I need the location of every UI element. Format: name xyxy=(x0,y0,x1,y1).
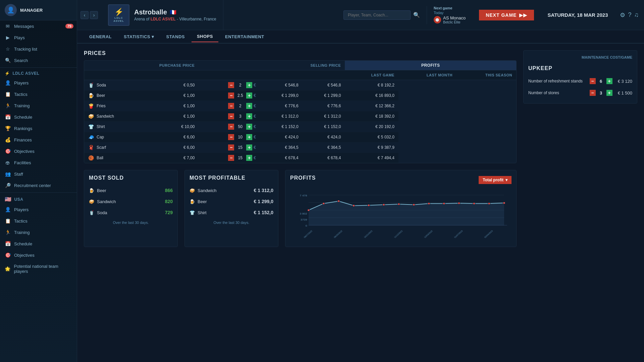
selling-plus-3[interactable]: + xyxy=(246,113,252,119)
selling-minus-2[interactable]: − xyxy=(228,103,234,109)
subnav-entertainment[interactable]: ENTERTAINMENT xyxy=(220,31,270,42)
item-name-1: Beer xyxy=(97,93,105,98)
svg-text:10/21/2022: 10/21/2022 xyxy=(363,230,373,238)
profits-header-row: PROFITS Total profit ▾ xyxy=(290,175,512,185)
svg-point-16 xyxy=(398,203,400,205)
icon-usa-schedule: 📅 xyxy=(5,241,11,246)
sidebar-usa-header: 🇺🇸USA xyxy=(0,192,77,204)
sidebar-nav: ✉ Messages 79▶ Plays ☆ Tracking list 🔍 S… xyxy=(0,20,77,362)
sidebar-item-plays[interactable]: ▶ Plays xyxy=(0,32,77,43)
prices-row: 🏀 Ball € 7,00 − 15 + € € 678,4 € 678,4 €… xyxy=(84,153,516,163)
sidebar-item-players[interactable]: 👤 Players xyxy=(0,77,77,88)
sidebar-item-schedule[interactable]: 📅 Schedule xyxy=(0,111,77,123)
sidebar-item-usa-tactics[interactable]: 📋 Tactics xyxy=(0,215,77,227)
sidebar-item-objectives[interactable]: 🎯 Objectives xyxy=(0,145,77,157)
search-input[interactable] xyxy=(343,10,411,20)
sidebar-item-rankings[interactable]: 🏆 Rankings xyxy=(0,123,77,134)
upkeep-plus-0[interactable]: + xyxy=(606,78,612,84)
selling-minus-0[interactable]: − xyxy=(228,82,234,88)
selling-plus-2[interactable]: + xyxy=(246,103,252,109)
upkeep-row-1: Number of stores − 3 + € 1 500 xyxy=(528,87,632,99)
prices-row: 🍟 Fries € 1,00 − 2 + € € 776,6 € 776,6 €… xyxy=(84,101,516,111)
most-sold-item: 🍺 Beer 866 xyxy=(89,185,173,196)
sidebar-item-training[interactable]: 🏃 Training xyxy=(0,100,77,111)
sidebar-item-staff[interactable]: 👥 Staff xyxy=(0,168,77,180)
selling-minus-4[interactable]: − xyxy=(228,124,234,130)
euro-4: € xyxy=(254,124,256,129)
item-name-cell-7: 🏀 Ball xyxy=(84,153,124,163)
nav-forward[interactable]: › xyxy=(90,11,98,19)
most-profitable-item: 🥪 Sandwich € 1 312,0 xyxy=(190,185,273,196)
music-icon[interactable]: ♫ xyxy=(634,11,639,19)
item-icon-5: 🧢 xyxy=(88,134,94,140)
sidebar-item-usa-objectives[interactable]: 🎯 Objectives xyxy=(0,249,77,261)
sidebar-item-usa-training[interactable]: 🏃 Training xyxy=(0,227,77,238)
svg-point-17 xyxy=(413,204,415,206)
most-profitable-title: MOST PROFITABLE xyxy=(190,175,273,181)
settings-icon[interactable]: ⚙ xyxy=(620,11,625,19)
upkeep-minus-1[interactable]: − xyxy=(590,90,596,96)
prices-row: 🥤 Soda € 0,50 − 2 + € € 546,8 € 546,8 € … xyxy=(84,80,516,90)
selling-minus-5[interactable]: − xyxy=(228,134,234,140)
selling-minus-7[interactable]: − xyxy=(228,155,234,161)
subnav-stands[interactable]: STANDS xyxy=(161,31,190,42)
bottom-row: MOST SOLD 🍺 Beer 866 🥪 Sandwich 820 🥤 So… xyxy=(84,170,517,247)
profits-dropdown[interactable]: Total profit ▾ xyxy=(479,176,512,184)
upkeep-minus-0[interactable]: − xyxy=(590,78,596,84)
selling-plus-0[interactable]: + xyxy=(246,82,252,88)
sidebar-item-tracking[interactable]: ☆ Tracking list xyxy=(0,43,77,55)
svg-point-23 xyxy=(503,202,505,204)
sidebar: 👤 MANAGER ✉ Messages 79▶ Plays ☆ Trackin… xyxy=(0,0,77,362)
most-sold-icon-1: 🥪 xyxy=(89,199,94,204)
sidebar-item-tactics[interactable]: 📋 Tactics xyxy=(0,88,77,100)
svg-text:02/04/2023: 02/04/2023 xyxy=(484,230,493,238)
item-selling-control-0: − 2 + € xyxy=(199,80,260,90)
item-purchase-4: € 10,00 xyxy=(124,122,199,132)
search-icon[interactable]: 🔍 xyxy=(413,12,420,18)
selling-plus-7[interactable]: + xyxy=(246,155,252,161)
selling-plus-5[interactable]: + xyxy=(246,134,252,140)
next-game-button[interactable]: NEXT GAME ▶▶ xyxy=(479,10,534,20)
club-flag: 🇫🇷 xyxy=(170,9,176,15)
label-schedule: Schedule xyxy=(14,115,32,120)
upkeep-plus-1[interactable]: + xyxy=(606,90,612,96)
label-finances: Finances xyxy=(14,137,32,142)
selling-plus-1[interactable]: + xyxy=(246,93,252,99)
upkeep-rows: Number of refreshment stands − 6 + € 3 1… xyxy=(528,75,632,99)
selling-plus-6[interactable]: + xyxy=(246,144,252,150)
sidebar-item-search[interactable]: 🔍 Search xyxy=(0,55,77,66)
prices-tbody: 🥤 Soda € 0,50 − 2 + € € 546,8 € 546,8 € … xyxy=(84,80,516,163)
prices-row: 🥪 Sandwich € 1,00 − 3 + € € 1 312,0 € 1 … xyxy=(84,111,516,122)
sidebar-global-section: ✉ Messages 79▶ Plays ☆ Tracking list 🔍 S… xyxy=(0,20,77,66)
item-icon-2: 🍟 xyxy=(88,103,94,109)
label-objectives: Objectives xyxy=(14,149,35,154)
prices-row: 🍺 Beer € 1,00 − 2.5 + € € 1 299,0 € 1 29… xyxy=(84,90,516,101)
sidebar-item-recruitment[interactable]: 🔎 Recruitment center xyxy=(0,180,77,191)
sidebar-item-messages[interactable]: ✉ Messages 79 xyxy=(0,20,77,32)
most-sold-name-1: Sandwich xyxy=(97,199,162,204)
selling-val-5: 10 xyxy=(235,135,245,139)
label-players: Players xyxy=(14,80,29,85)
subnav-statistics[interactable]: STATISTICS ▾ xyxy=(118,31,159,42)
item-last-month-1: € 1 299,0 xyxy=(303,90,345,101)
subnav-general[interactable]: GENERAL xyxy=(84,31,117,42)
prices-th-last-game: LAST GAME xyxy=(345,70,398,80)
selling-plus-4[interactable]: + xyxy=(246,124,252,130)
help-icon[interactable]: ? xyxy=(628,11,631,19)
sidebar-item-usa-potential[interactable]: 🌟 Potential national team players xyxy=(0,261,77,277)
selling-minus-1[interactable]: − xyxy=(228,93,234,99)
most-profitable-note: Over the last 30 days. xyxy=(190,218,273,225)
sidebar-item-finances[interactable]: 💰 Finances xyxy=(0,134,77,145)
sidebar-item-usa-players[interactable]: 👤 Players xyxy=(0,204,77,215)
subnav-shops[interactable]: SHOPS xyxy=(192,31,218,42)
label-tactics: Tactics xyxy=(14,92,28,97)
selling-minus-6[interactable]: − xyxy=(228,144,234,150)
item-icon-3: 🥪 xyxy=(88,114,94,119)
sidebar-item-facilities[interactable]: 🏟 Facilities xyxy=(0,157,77,168)
chart-area: 037393 8027 47808/27/202209/20/202210/21… xyxy=(290,188,512,242)
nav-back[interactable]: ‹ xyxy=(80,11,89,19)
sidebar-item-usa-schedule[interactable]: 📅 Schedule xyxy=(0,238,77,249)
icon-usa-training: 🏃 xyxy=(5,230,11,235)
icon-training: 🏃 xyxy=(5,103,11,108)
selling-minus-3[interactable]: − xyxy=(228,113,234,119)
